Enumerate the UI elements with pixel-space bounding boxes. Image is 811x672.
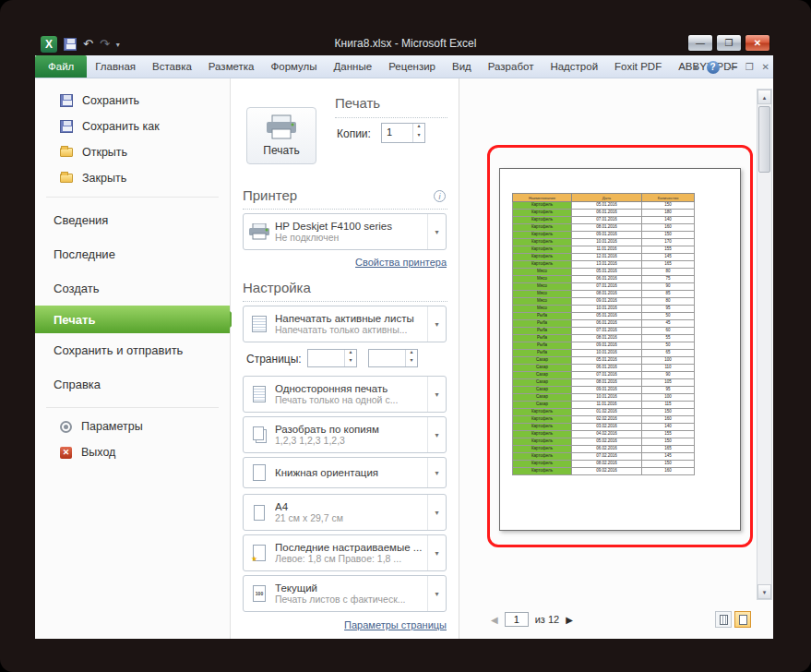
red-highlight-annotation (487, 145, 753, 547)
window-controls: — ❐ ✕ (687, 34, 770, 52)
stepper-arrows[interactable]: ▴ ▾ (405, 350, 417, 366)
tab-formulas[interactable]: Формулы (263, 55, 326, 78)
collate-dropdown[interactable]: Разобрать по копиям 1,2,3 1,2,3 1,2,3 ▾ (243, 416, 447, 453)
show-margins-button[interactable] (715, 611, 732, 628)
zoom-to-page-button[interactable] (734, 611, 751, 628)
sidebar-item-new[interactable]: Создать (35, 271, 230, 306)
printer-dropdown[interactable]: HP Deskjet F4100 series Не подключен ▾ (243, 213, 447, 250)
page-count-label: из 12 (535, 614, 559, 625)
doc-minimize-icon[interactable]: — (728, 62, 737, 72)
save-as-icon (60, 120, 73, 133)
sidebar-item-save-and-send[interactable]: Сохранить и отправить (35, 333, 230, 367)
printer-properties-link[interactable]: Свойства принтера (355, 257, 447, 268)
setting-title: Разобрать по копиям (275, 424, 427, 435)
tab-data[interactable]: Данные (326, 55, 381, 78)
tab-view[interactable]: Вид (444, 55, 480, 78)
sidebar-item-print[interactable]: Печать (35, 306, 230, 333)
sidebar-item-open[interactable]: Открыть (35, 139, 230, 165)
copies-label: Копии: (337, 127, 371, 140)
sidebar-item-recent[interactable]: Последние (35, 237, 230, 271)
printer-small-icon (244, 223, 275, 240)
backstage-view: Сохранить Сохранить как Открыть Закрыть … (35, 78, 773, 639)
pages-from-stepper[interactable]: ▴ ▾ (307, 349, 357, 367)
stepper-down-icon[interactable]: ▾ (345, 358, 356, 366)
scrollbar-track[interactable] (757, 174, 771, 584)
print-preview-pane: Наименование Дата Количество Картофель05… (459, 78, 773, 639)
restore-button[interactable]: ❐ (716, 34, 742, 52)
current-page-input[interactable]: 1 (505, 612, 529, 627)
next-page-icon[interactable]: ▶ (566, 615, 573, 625)
close-button[interactable]: ✕ (745, 34, 770, 52)
tab-home[interactable]: Главная (87, 55, 144, 78)
print-settings-panel: Печать Печать Копии: 1 ▴ ▾ Принтер i (232, 78, 459, 639)
info-icon[interactable]: i (434, 190, 446, 202)
chevron-down-icon[interactable]: ▾ (427, 417, 446, 452)
pages-label: Страницы: (246, 353, 302, 366)
close-folder-icon (60, 174, 73, 183)
backstage-sidebar: Сохранить Сохранить как Открыть Закрыть … (35, 78, 231, 639)
pages-to-stepper[interactable]: ▴ ▾ (368, 349, 418, 367)
minimize-button[interactable]: — (687, 34, 713, 52)
tab-addins[interactable]: Надстрой (542, 55, 606, 78)
setting-title: Напечатать активные листы (275, 313, 427, 324)
tab-developer[interactable]: Разработ (480, 55, 543, 78)
setting-title: Последние настраиваемые ... (275, 542, 427, 553)
sidebar-item-label: Сохранить и отправить (54, 343, 183, 357)
stepper-arrows[interactable]: ▴ ▾ (412, 124, 424, 142)
collapse-ribbon-icon[interactable]: ▴ (694, 62, 698, 72)
chevron-down-icon[interactable]: ▾ (427, 214, 446, 249)
help-icon[interactable]: ? (707, 61, 720, 74)
stepper-arrows[interactable]: ▴ ▾ (344, 350, 356, 366)
collate-icon (244, 426, 275, 443)
doc-restore-icon[interactable]: ❐ (745, 62, 754, 72)
stepper-down-icon[interactable]: ▾ (413, 133, 424, 142)
sidebar-item-save[interactable]: Сохранить (35, 88, 230, 114)
chevron-down-icon[interactable]: ▾ (427, 495, 446, 530)
preview-scrollbar[interactable]: ▴ ▾ (757, 89, 772, 600)
sidebar-item-label: Печать (54, 313, 95, 327)
doc-close-icon[interactable]: ✕ (762, 62, 769, 72)
scroll-up-icon[interactable]: ▴ (757, 90, 771, 104)
sidebar-item-options[interactable]: Параметры (35, 414, 230, 439)
chevron-down-icon[interactable]: ▾ (427, 377, 446, 412)
scroll-down-icon[interactable]: ▾ (757, 584, 771, 599)
chevron-down-icon[interactable]: ▾ (427, 306, 446, 342)
sidebar-item-label: Сохранить как (82, 120, 160, 133)
paper-size-dropdown[interactable]: A4 21 см x 29,7 см ▾ (243, 494, 447, 531)
sidebar-item-exit[interactable]: ✕ Выход (35, 439, 230, 465)
sidebar-item-label: Выход (81, 446, 115, 459)
chevron-down-icon[interactable]: ▾ (427, 458, 446, 487)
chevron-down-icon[interactable]: ▾ (427, 535, 446, 570)
previous-page-icon[interactable]: ◀ (491, 615, 498, 625)
tab-file[interactable]: Файл (35, 55, 87, 78)
print-what-dropdown[interactable]: Напечатать активные листы Напечатать тол… (243, 306, 447, 342)
print-button[interactable]: Печать (246, 107, 316, 164)
tab-foxit-pdf[interactable]: Foxit PDF (606, 55, 670, 78)
sidebar-item-label: Сохранить (82, 94, 139, 107)
orientation-dropdown[interactable]: Книжная ориентация ▾ (243, 457, 447, 488)
stepper-down-icon[interactable]: ▾ (406, 358, 417, 366)
duplex-dropdown[interactable]: Односторонняя печать Печать только на од… (243, 376, 447, 413)
sidebar-item-close[interactable]: Закрыть (35, 165, 230, 191)
margins-grid-icon (720, 615, 728, 625)
chevron-down-icon[interactable]: ▾ (427, 576, 446, 611)
setting-title: A4 (275, 501, 427, 512)
sidebar-item-help[interactable]: Справка (35, 367, 230, 402)
margins-dropdown[interactable]: ★ Последние настраиваемые ... Левое: 1,8… (243, 534, 447, 571)
tab-page-layout[interactable]: Разметка (200, 55, 263, 78)
worksheet-icon (244, 316, 275, 332)
tab-review[interactable]: Рецензир (380, 55, 444, 78)
tab-insert[interactable]: Вставка (144, 55, 200, 78)
sidebar-item-info[interactable]: Сведения (35, 203, 230, 237)
setting-subtitle: 21 см x 29,7 см (275, 512, 427, 523)
settings-heading: Настройка (243, 280, 311, 295)
separator (243, 301, 447, 302)
page-setup-link[interactable]: Параметры страницы (344, 619, 447, 630)
scaling-dropdown[interactable]: 100 Текущий Печать листов с фактическ...… (243, 575, 447, 612)
pages-to-value (369, 350, 405, 366)
sidebar-item-save-as[interactable]: Сохранить как (35, 114, 230, 139)
scrollbar-thumb[interactable] (758, 106, 770, 173)
printer-heading: Принтер (243, 187, 297, 203)
sidebar-item-label: Параметры (81, 420, 143, 433)
copies-stepper[interactable]: 1 ▴ ▾ (381, 123, 425, 143)
